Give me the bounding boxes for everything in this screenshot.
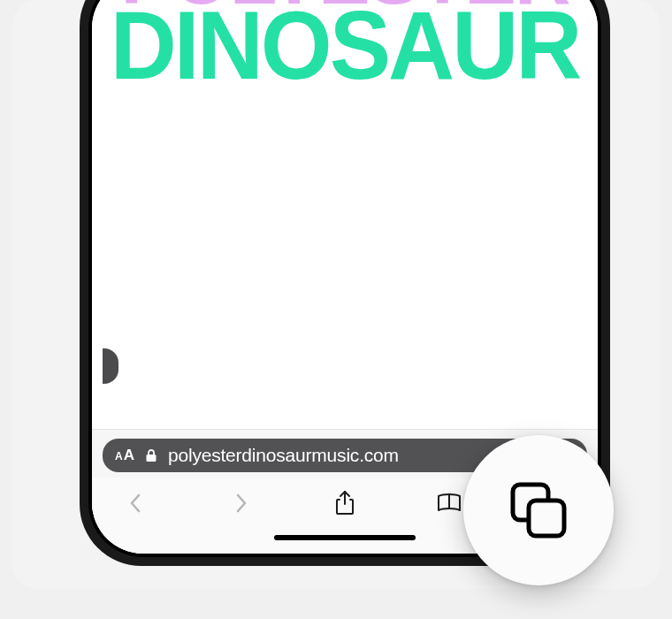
svg-rect-0 [146,455,156,462]
forward-icon [232,491,249,516]
tabs-icon [504,476,573,545]
site-logo: POLYESTER DINOSAUR [92,0,598,84]
share-button[interactable] [327,485,363,521]
forward-button[interactable] [223,485,258,521]
back-button[interactable] [118,485,154,521]
svg-rect-3 [529,501,564,536]
text-size-big-a: A [124,447,134,464]
tabs-callout [463,435,614,585]
webpage-content[interactable]: POLYESTER DINOSAUR [92,0,598,429]
text-size-small-a: A [115,450,123,462]
bookmarks-button[interactable] [431,485,467,521]
share-icon [333,490,356,516]
lock-icon [145,448,157,462]
home-bar [274,535,416,540]
bookmarks-icon [436,492,462,515]
text-size-button[interactable]: A A [115,447,134,464]
logo-line-2: DINOSAUR [92,4,598,87]
device-card: POLYESTER DINOSAUR A A [12,0,660,589]
back-icon [127,491,145,516]
